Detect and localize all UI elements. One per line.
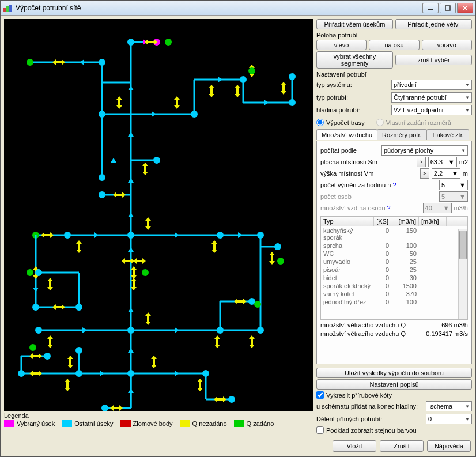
pipe-node[interactable] xyxy=(32,304,39,311)
pipe-node[interactable] xyxy=(228,396,235,403)
table-row[interactable]: jednodílný dřez0100 xyxy=(321,298,467,306)
exchanges-input[interactable]: 5▼ xyxy=(439,180,468,190)
system-type-select[interactable]: přívodní▼ xyxy=(391,80,472,90)
room-area-input[interactable]: 63.3▼ xyxy=(428,157,457,167)
select-all-segments-button[interactable]: vybrat všechny segmenty xyxy=(316,51,393,69)
pipe-node[interactable] xyxy=(248,67,255,74)
table-row[interactable]: WC050 xyxy=(321,250,467,258)
area-step-button[interactable]: > xyxy=(417,157,426,167)
flow-arrow-icon xyxy=(82,327,87,333)
pipe-node[interactable] xyxy=(142,269,149,276)
pipe-node[interactable] xyxy=(127,39,134,46)
pipe-node[interactable] xyxy=(289,73,296,80)
pipe-node[interactable] xyxy=(99,191,105,198)
pipe-edge[interactable] xyxy=(102,114,194,115)
table-col-header[interactable]: [m3/h] xyxy=(391,217,419,226)
schema-suffix-select[interactable]: -schema▼ xyxy=(426,401,472,411)
pipe-node[interactable] xyxy=(254,301,261,308)
table-scrollbar[interactable] xyxy=(458,229,467,319)
close-button[interactable] xyxy=(457,3,473,13)
pipe-edge[interactable] xyxy=(39,330,260,331)
position-right-button[interactable]: vpravo xyxy=(422,40,472,50)
label-settings-button[interactable]: Nastavení popisů xyxy=(316,379,472,390)
pipe-node[interactable] xyxy=(101,405,108,411)
table-row[interactable]: kuchyňský sporák0150 xyxy=(321,226,467,241)
pipe-node[interactable] xyxy=(277,258,284,265)
table-row[interactable]: sporák elektrický01500 xyxy=(321,282,467,290)
insert-button[interactable]: Vložit xyxy=(333,440,376,452)
table-col-header[interactable]: Typ xyxy=(321,217,374,226)
tab-pressure-loss[interactable]: Tlakové ztr. xyxy=(426,129,469,140)
route-calc-radio[interactable]: Výpočet trasy xyxy=(316,119,365,126)
pipe-edge[interactable] xyxy=(78,350,80,373)
position-axis-button[interactable]: na osu xyxy=(369,40,419,50)
maximize-button[interactable] xyxy=(440,3,456,13)
table-row[interactable]: bidet030 xyxy=(321,274,467,282)
pipe-node[interactable] xyxy=(44,353,51,360)
pipe-edge[interactable] xyxy=(260,235,262,330)
pipe-node[interactable] xyxy=(35,269,42,276)
pipe-edge[interactable] xyxy=(101,62,103,114)
cancel-button[interactable]: Zrušit xyxy=(380,440,424,452)
draw-flanges-checkbox[interactable] xyxy=(316,391,324,399)
help-button[interactable]: Nápověda xyxy=(427,440,471,452)
svg-rect-30 xyxy=(251,339,253,345)
table-row[interactable]: pisoár025 xyxy=(321,266,467,274)
table-row[interactable]: sprcha0100 xyxy=(321,241,467,250)
pipe-edge[interactable] xyxy=(102,82,131,84)
titlebar: Výpočet potrubní sítě xyxy=(1,1,475,16)
pipe-node[interactable] xyxy=(217,232,224,239)
pipe-node[interactable] xyxy=(274,243,281,250)
pipe-edge[interactable] xyxy=(78,273,80,307)
pipe-edge[interactable] xyxy=(39,272,79,274)
exchanges-help-link[interactable]: ? xyxy=(392,182,396,188)
pipe-edge[interactable] xyxy=(220,301,221,330)
area-unit: m2 xyxy=(459,158,468,165)
equipment-table[interactable]: Typ[KS][m3/h][m3/h] kuchyňský sporák0150… xyxy=(320,216,468,320)
tab-dimensions[interactable]: Rozměry potr. xyxy=(377,129,426,140)
pipe-edge[interactable] xyxy=(130,42,132,408)
pipe-edge[interactable] xyxy=(292,77,293,103)
table-col-header[interactable]: [KS] xyxy=(374,217,391,226)
q-marker-icon xyxy=(130,266,138,279)
room-height-input[interactable]: 2.2▼ xyxy=(432,168,460,179)
table-row[interactable]: umyvadlo025 xyxy=(321,258,467,266)
pipe-edge[interactable] xyxy=(101,114,103,177)
pipe-node[interactable] xyxy=(35,327,42,334)
pipe-type-select[interactable]: Čtyřhranné potrubí▼ xyxy=(391,92,472,103)
route-calc-radio-input[interactable] xyxy=(316,119,324,126)
same-color-checkbox[interactable] xyxy=(316,426,324,434)
pipe-node[interactable] xyxy=(27,59,33,66)
pipe-edge[interactable] xyxy=(243,80,244,103)
pipe-level-select[interactable]: VZT-vzd_odpadni▼ xyxy=(391,105,472,115)
table-col-header[interactable]: [m3/h] xyxy=(419,217,447,226)
pipe-edge[interactable] xyxy=(194,80,195,114)
pipe-node[interactable] xyxy=(64,232,71,239)
pipe-network-canvas[interactable] xyxy=(4,19,313,411)
deselect-button[interactable]: zrušit výběr xyxy=(395,55,472,65)
pipe-node[interactable] xyxy=(75,347,82,354)
minimize-button[interactable] xyxy=(422,3,439,13)
pipe-node[interactable] xyxy=(165,39,172,46)
height-step-button[interactable]: > xyxy=(420,168,429,179)
pipe-node[interactable] xyxy=(99,59,105,66)
custom-dims-radio[interactable]: Vlastní zadání rozměrů xyxy=(376,119,451,126)
position-left-button[interactable]: vlevo xyxy=(316,40,367,50)
air-person-help-link[interactable]: ? xyxy=(387,205,391,211)
tab-air-amount[interactable]: Množství vzduchu xyxy=(316,129,377,140)
pipe-node[interactable] xyxy=(127,327,134,334)
assign-one-button[interactable]: Přiřadit jedné větvi xyxy=(395,19,472,29)
save-results-button[interactable]: Uložit výsledky výpočtu do souboru xyxy=(316,368,472,378)
table-row[interactable]: varný kotel0370 xyxy=(321,290,467,298)
calc-by-select[interactable]: půdorysné plochy▼ xyxy=(381,145,468,156)
pipe-node[interactable] xyxy=(127,232,134,239)
pipe-node[interactable] xyxy=(27,269,33,276)
pipe-edge[interactable] xyxy=(21,356,22,373)
pipe-node[interactable] xyxy=(257,327,264,334)
pipe-edge[interactable] xyxy=(205,373,207,399)
pipe-edge[interactable] xyxy=(30,62,102,63)
split-pipes-select[interactable]: 0▼ xyxy=(426,414,472,424)
pipe-node[interactable] xyxy=(153,157,160,164)
assign-all-button[interactable]: Přiřadit všem úsekům xyxy=(316,19,393,29)
pipe-node[interactable] xyxy=(29,344,36,351)
